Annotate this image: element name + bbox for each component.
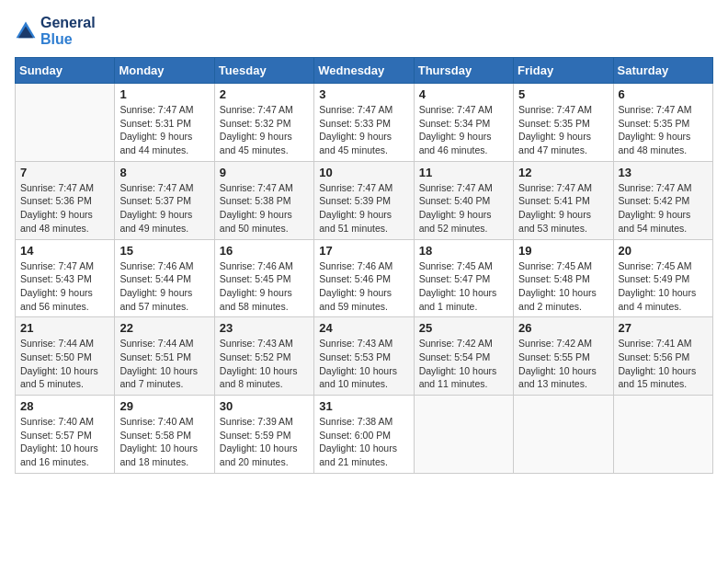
day-info: Sunrise: 7:43 AM Sunset: 5:53 PM Dayligh… [319,337,408,391]
calendar-cell: 3Sunrise: 7:47 AM Sunset: 5:33 PM Daylig… [314,84,414,162]
day-info: Sunrise: 7:45 AM Sunset: 5:49 PM Dayligh… [619,259,708,314]
calendar-cell: 24Sunrise: 7:43 AM Sunset: 5:53 PM Dayli… [314,317,414,396]
calendar-cell: 12Sunrise: 7:47 AM Sunset: 5:41 PM Dayli… [514,161,613,239]
calendar-cell [514,396,613,474]
day-number: 21 [20,321,109,335]
day-info: Sunrise: 7:43 AM Sunset: 5:52 PM Dayligh… [220,337,309,391]
day-info: Sunrise: 7:40 AM Sunset: 5:57 PM Dayligh… [20,415,109,469]
day-number: 16 [220,244,309,258]
day-info: Sunrise: 7:45 AM Sunset: 5:47 PM Dayligh… [419,259,508,314]
calendar-cell: 13Sunrise: 7:47 AM Sunset: 5:42 PM Dayli… [613,161,712,239]
calendar-week-row: 7Sunrise: 7:47 AM Sunset: 5:36 PM Daylig… [16,161,713,239]
calendar-cell: 28Sunrise: 7:40 AM Sunset: 5:57 PM Dayli… [16,396,115,474]
calendar-cell: 25Sunrise: 7:42 AM Sunset: 5:54 PM Dayli… [414,317,513,396]
calendar-cell: 10Sunrise: 7:47 AM Sunset: 5:39 PM Dayli… [314,161,414,239]
day-number: 17 [319,244,408,258]
calendar-cell: 16Sunrise: 7:46 AM Sunset: 5:45 PM Dayli… [214,239,313,317]
day-info: Sunrise: 7:44 AM Sunset: 5:51 PM Dayligh… [119,337,209,391]
calendar-cell: 29Sunrise: 7:40 AM Sunset: 5:58 PM Dayli… [115,396,214,474]
day-info: Sunrise: 7:44 AM Sunset: 5:50 PM Dayligh… [20,337,109,391]
day-info: Sunrise: 7:39 AM Sunset: 5:59 PM Dayligh… [220,415,309,469]
calendar-cell: 15Sunrise: 7:46 AM Sunset: 5:44 PM Dayli… [115,239,214,317]
calendar-week-row: 1Sunrise: 7:47 AM Sunset: 5:31 PM Daylig… [16,84,713,162]
day-number: 26 [518,321,608,335]
day-info: Sunrise: 7:47 AM Sunset: 5:31 PM Dayligh… [119,103,209,157]
calendar-cell: 18Sunrise: 7:45 AM Sunset: 5:47 PM Dayli… [414,239,513,317]
calendar-cell: 2Sunrise: 7:47 AM Sunset: 5:32 PM Daylig… [214,84,313,162]
day-info: Sunrise: 7:47 AM Sunset: 5:32 PM Dayligh… [220,103,309,157]
day-number: 14 [20,244,109,258]
day-info: Sunrise: 7:47 AM Sunset: 5:42 PM Dayligh… [619,181,708,236]
calendar-cell: 11Sunrise: 7:47 AM Sunset: 5:40 PM Dayli… [414,161,513,239]
weekday-header-tuesday: Tuesday [214,58,313,84]
day-info: Sunrise: 7:41 AM Sunset: 5:56 PM Dayligh… [619,337,708,391]
weekday-header-sunday: Sunday [16,58,115,84]
page-header: General Blue [15,15,713,48]
day-number: 31 [319,399,408,413]
calendar-cell: 14Sunrise: 7:47 AM Sunset: 5:43 PM Dayli… [16,239,115,317]
day-info: Sunrise: 7:47 AM Sunset: 5:35 PM Dayligh… [619,103,708,157]
day-info: Sunrise: 7:47 AM Sunset: 5:40 PM Dayligh… [419,181,508,236]
day-info: Sunrise: 7:38 AM Sunset: 6:00 PM Dayligh… [319,415,408,469]
day-number: 19 [518,244,608,258]
day-number: 15 [119,244,209,258]
weekday-header-saturday: Saturday [613,58,712,84]
day-number: 12 [518,166,608,179]
calendar-cell: 1Sunrise: 7:47 AM Sunset: 5:31 PM Daylig… [115,84,214,162]
day-number: 6 [619,87,708,101]
day-info: Sunrise: 7:47 AM Sunset: 5:36 PM Dayligh… [20,181,109,236]
day-number: 23 [220,321,309,335]
day-info: Sunrise: 7:46 AM Sunset: 5:45 PM Dayligh… [220,259,309,314]
calendar-week-row: 21Sunrise: 7:44 AM Sunset: 5:50 PM Dayli… [16,317,713,396]
weekday-header-thursday: Thursday [414,58,513,84]
day-info: Sunrise: 7:45 AM Sunset: 5:48 PM Dayligh… [518,259,608,314]
day-number: 18 [419,244,508,258]
calendar-cell: 26Sunrise: 7:42 AM Sunset: 5:55 PM Dayli… [514,317,613,396]
weekday-header-friday: Friday [514,58,613,84]
day-number: 28 [20,399,109,413]
calendar-cell: 19Sunrise: 7:45 AM Sunset: 5:48 PM Dayli… [514,239,613,317]
day-info: Sunrise: 7:46 AM Sunset: 5:46 PM Dayligh… [319,259,408,314]
calendar-table: SundayMondayTuesdayWednesdayThursdayFrid… [15,57,713,474]
calendar-cell: 9Sunrise: 7:47 AM Sunset: 5:38 PM Daylig… [214,161,313,239]
weekday-header-monday: Monday [115,58,214,84]
calendar-cell: 5Sunrise: 7:47 AM Sunset: 5:35 PM Daylig… [514,84,613,162]
logo-text: General Blue [40,15,96,48]
day-number: 30 [220,399,309,413]
day-info: Sunrise: 7:47 AM Sunset: 5:37 PM Dayligh… [119,181,209,236]
day-number: 22 [119,321,209,335]
weekday-header-wednesday: Wednesday [314,58,414,84]
day-number: 4 [419,87,508,101]
calendar-cell: 30Sunrise: 7:39 AM Sunset: 5:59 PM Dayli… [214,396,313,474]
day-number: 5 [518,87,608,101]
calendar-cell: 21Sunrise: 7:44 AM Sunset: 5:50 PM Dayli… [16,317,115,396]
calendar-cell: 7Sunrise: 7:47 AM Sunset: 5:36 PM Daylig… [16,161,115,239]
calendar-cell [16,84,115,162]
day-info: Sunrise: 7:47 AM Sunset: 5:34 PM Dayligh… [419,103,508,157]
calendar-cell: 27Sunrise: 7:41 AM Sunset: 5:56 PM Dayli… [613,317,712,396]
logo: General Blue [15,15,96,48]
day-number: 25 [419,321,508,335]
calendar-week-row: 14Sunrise: 7:47 AM Sunset: 5:43 PM Dayli… [16,239,713,317]
day-number: 20 [619,244,708,258]
calendar-cell: 31Sunrise: 7:38 AM Sunset: 6:00 PM Dayli… [314,396,414,474]
weekday-header-row: SundayMondayTuesdayWednesdayThursdayFrid… [16,58,713,84]
calendar-cell: 6Sunrise: 7:47 AM Sunset: 5:35 PM Daylig… [613,84,712,162]
calendar-cell: 17Sunrise: 7:46 AM Sunset: 5:46 PM Dayli… [314,239,414,317]
calendar-cell: 23Sunrise: 7:43 AM Sunset: 5:52 PM Dayli… [214,317,313,396]
day-number: 7 [20,166,109,179]
day-number: 3 [319,87,408,101]
day-info: Sunrise: 7:47 AM Sunset: 5:35 PM Dayligh… [518,103,608,157]
day-number: 2 [220,87,309,101]
calendar-cell: 8Sunrise: 7:47 AM Sunset: 5:37 PM Daylig… [115,161,214,239]
day-number: 13 [619,166,708,179]
calendar-cell: 22Sunrise: 7:44 AM Sunset: 5:51 PM Dayli… [115,317,214,396]
logo-icon [15,20,37,42]
day-info: Sunrise: 7:47 AM Sunset: 5:38 PM Dayligh… [220,181,309,236]
day-info: Sunrise: 7:47 AM Sunset: 5:41 PM Dayligh… [518,181,608,236]
calendar-cell: 4Sunrise: 7:47 AM Sunset: 5:34 PM Daylig… [414,84,513,162]
day-number: 10 [319,166,408,179]
day-number: 24 [319,321,408,335]
day-info: Sunrise: 7:47 AM Sunset: 5:43 PM Dayligh… [20,259,109,314]
calendar-cell [414,396,513,474]
